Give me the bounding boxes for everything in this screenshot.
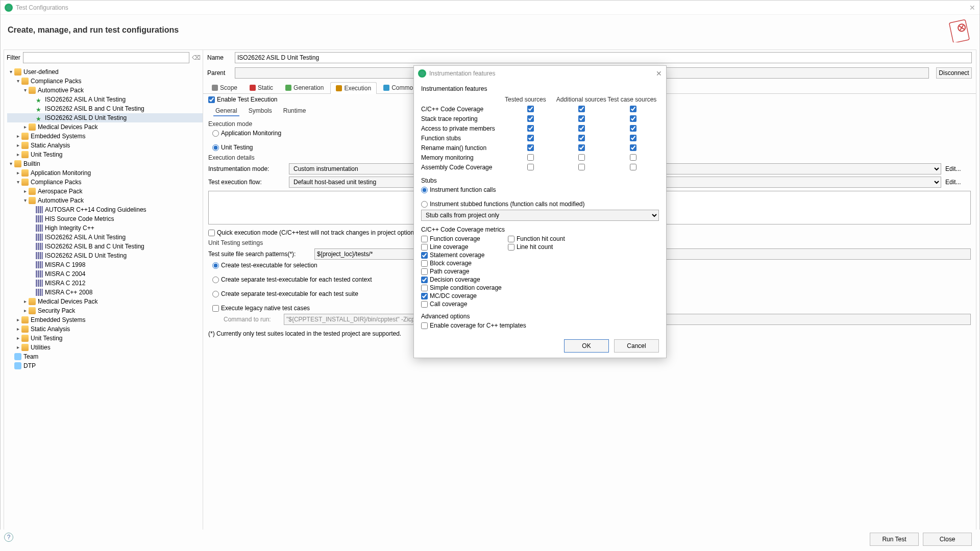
instr-checkbox[interactable] [630,106,636,112]
folder-icon [29,298,36,305]
name-input[interactable] [235,52,972,63]
tree-item[interactable]: ▾User-defined [7,67,203,77]
instr-checkbox[interactable] [630,135,636,141]
disconnect-button[interactable]: Disconnect [936,67,972,79]
tab-generation[interactable]: Generation [280,82,329,93]
instr-checkbox[interactable] [630,125,636,132]
dialog-title: Instrumentation features [429,70,495,77]
instr-checkbox[interactable] [630,154,636,161]
tree-item[interactable]: HIS Source Code Metrics [7,214,203,223]
close-button[interactable]: Close [923,533,972,546]
tree-item[interactable]: AUTOSAR C++14 Coding Guidelines [7,205,203,214]
tree-item[interactable]: ▸Security Pack [7,306,203,315]
tab-scope[interactable]: Scope [206,82,243,93]
tree-item[interactable]: ▸Embedded Systems [7,315,203,324]
tree-item[interactable]: ★ISO26262 ASIL D Unit Testing [7,113,203,122]
tab-execution[interactable]: Execution [330,82,377,94]
tree-item[interactable]: Team [7,352,203,361]
tree-item[interactable]: ▾Compliance Packs [7,178,203,187]
instr-checkbox[interactable] [527,106,534,112]
config-tree[interactable]: ▾User-defined▾Compliance Packs▾Automotiv… [4,65,203,531]
tree-item[interactable]: High Integrity C++ [7,223,203,233]
stubs-r1[interactable]: Instrument function calls [421,186,659,193]
filter-input[interactable] [23,52,189,63]
tree-item[interactable]: ISO26262 ASIL B and C Unit Testing [7,242,203,251]
instr-edit-button[interactable]: Edit... [945,165,971,172]
cov-function-coverage[interactable]: Function coverage [421,235,508,242]
tree-item[interactable]: MISRA C 2004 [7,269,203,279]
cov-call-coverage[interactable]: Call coverage [421,300,508,308]
cov-block-coverage[interactable]: Block coverage [421,260,508,267]
tree-item[interactable]: ★ISO26262 ASIL A Unit Testing [7,95,203,104]
instr-checkbox[interactable] [527,144,534,151]
tree-item[interactable]: ▸Medical Devices Pack [7,297,203,306]
instr-checkbox[interactable] [527,154,534,161]
subtab-symbols[interactable]: Symbols [247,106,274,116]
cov-decision-coverage[interactable]: Decision coverage [421,276,508,283]
page-title: Create, manage, and run test configurati… [8,26,948,35]
instr-checkbox[interactable] [527,115,534,122]
tab-static[interactable]: Static [244,82,279,93]
tree-item[interactable]: MISRA C 2012 [7,279,203,288]
tree-item[interactable]: ISO26262 ASIL A Unit Testing [7,233,203,242]
tree-item[interactable]: ISO26262 ASIL D Unit Testing [7,251,203,260]
instr-checkbox[interactable] [578,154,585,161]
dialog-close-icon[interactable]: ✕ [656,69,662,78]
instr-checkbox[interactable] [578,135,585,141]
tree-item[interactable]: ▾Automotive Pack [7,196,203,205]
cov-function-hit-count[interactable]: Function hit count [508,235,595,242]
folder-icon [21,179,29,186]
cov-line-coverage[interactable]: Line coverage [421,243,508,251]
instr-checkbox[interactable] [578,106,585,112]
header-icon [948,18,972,42]
adv-templates[interactable]: Enable coverage for C++ templates [421,322,659,329]
tree-item[interactable]: ★ISO26262 ASIL B and C Unit Testing [7,104,203,113]
tree-label: ISO26262 ASIL B and C Unit Testing [45,104,144,113]
cov-mc-dc-coverage[interactable]: MC/DC coverage [421,292,508,299]
tree-item[interactable]: ▸Static Analysis [7,141,203,150]
cov-line-hit-count[interactable]: Line hit count [508,243,595,251]
db-icon [14,362,21,369]
instr-checkbox[interactable] [527,164,534,170]
instr-row: Rename main() function [421,143,659,153]
close-icon[interactable]: ✕ [969,4,975,12]
stubs-select[interactable]: Stub calls from project only [421,210,659,221]
cancel-button[interactable]: Cancel [614,339,659,353]
subtab-general[interactable]: General [213,106,239,116]
ok-button[interactable]: OK [564,339,609,353]
tree-item[interactable]: MISRA C 1998 [7,260,203,269]
run-test-button[interactable]: Run Test [870,533,919,546]
tree-item[interactable]: ▾Builtin [7,159,203,168]
tree-item[interactable]: ▸Medical Devices Pack [7,122,203,132]
tree-item[interactable]: ▸Unit Testing [7,334,203,343]
instr-checkbox[interactable] [630,144,636,151]
instr-checkbox[interactable] [578,125,585,132]
tree-item[interactable]: ▸Static Analysis [7,324,203,334]
instr-checkbox[interactable] [630,164,636,170]
cov-statement-coverage[interactable]: Statement coverage [421,252,508,259]
flow-edit-button[interactable]: Edit... [945,179,971,186]
instr-checkbox[interactable] [630,115,636,122]
folder-icon [21,344,29,351]
cov-path-coverage[interactable]: Path coverage [421,268,508,275]
subtab-runtime[interactable]: Runtime [281,106,308,116]
tree-item[interactable]: ▸Utilities [7,343,203,352]
instr-checkbox[interactable] [578,144,585,151]
tree-item[interactable]: DTP [7,361,203,370]
tree-item[interactable]: ▾Compliance Packs [7,77,203,86]
instr-checkbox[interactable] [578,164,585,170]
instr-checkbox[interactable] [527,125,534,132]
tree-item[interactable]: ▸Application Monitoring [7,168,203,178]
cov-simple-condition-coverage[interactable]: Simple condition coverage [421,284,508,291]
instr-mode-label: Instrumentation mode: [208,165,285,172]
tree-item[interactable]: MISRA C++ 2008 [7,288,203,297]
clear-filter-icon[interactable]: ⌫ [192,54,200,62]
instr-checkbox[interactable] [578,115,585,122]
tree-item[interactable]: ▸Aerospace Pack [7,187,203,196]
stubs-r2[interactable]: Instrument stubbed functions (function c… [421,201,659,208]
help-icon[interactable]: ? [4,533,13,542]
tree-item[interactable]: ▾Automotive Pack [7,86,203,95]
tree-item[interactable]: ▸Embedded Systems [7,132,203,141]
tree-item[interactable]: ▸Unit Testing [7,150,203,159]
instr-checkbox[interactable] [527,135,534,141]
